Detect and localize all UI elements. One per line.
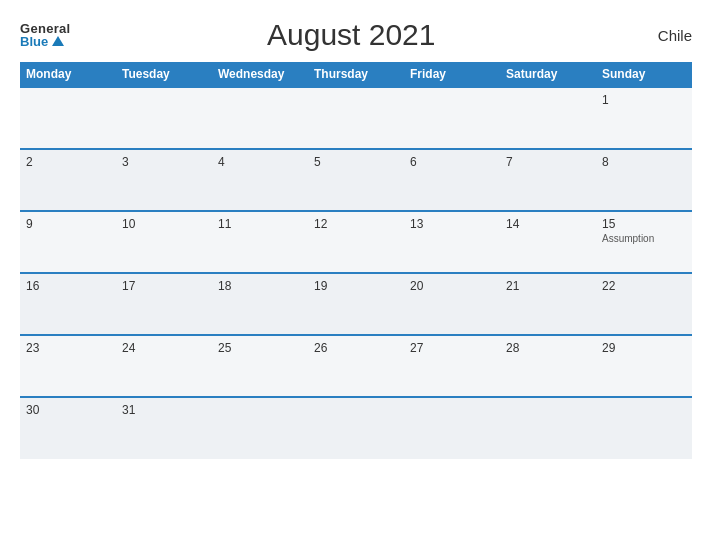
calendar-cell: 1 <box>596 87 692 149</box>
calendar-week-row: 2345678 <box>20 149 692 211</box>
day-number: 18 <box>218 279 302 293</box>
calendar-cell <box>500 87 596 149</box>
header-sunday: Sunday <box>596 62 692 87</box>
calendar-cell: 31 <box>116 397 212 459</box>
header-monday: Monday <box>20 62 116 87</box>
calendar-cell: 18 <box>212 273 308 335</box>
calendar-header-row: Monday Tuesday Wednesday Thursday Friday… <box>20 62 692 87</box>
calendar-cell: 15Assumption <box>596 211 692 273</box>
day-number: 8 <box>602 155 686 169</box>
day-number: 5 <box>314 155 398 169</box>
header-thursday: Thursday <box>308 62 404 87</box>
day-number: 11 <box>218 217 302 231</box>
day-number: 2 <box>26 155 110 169</box>
calendar-cell: 23 <box>20 335 116 397</box>
calendar-cell <box>500 397 596 459</box>
calendar-cell <box>308 397 404 459</box>
calendar-cell: 13 <box>404 211 500 273</box>
calendar-cell <box>404 397 500 459</box>
calendar-cell: 30 <box>20 397 116 459</box>
day-number: 3 <box>122 155 206 169</box>
calendar-cell <box>116 87 212 149</box>
day-number: 17 <box>122 279 206 293</box>
calendar-week-row: 1 <box>20 87 692 149</box>
day-number: 15 <box>602 217 686 231</box>
day-number: 6 <box>410 155 494 169</box>
calendar-cell: 8 <box>596 149 692 211</box>
calendar-cell: 25 <box>212 335 308 397</box>
day-number: 22 <box>602 279 686 293</box>
day-number: 16 <box>26 279 110 293</box>
calendar-week-row: 3031 <box>20 397 692 459</box>
calendar-cell: 19 <box>308 273 404 335</box>
logo-blue-text: Blue <box>20 35 64 48</box>
day-number: 23 <box>26 341 110 355</box>
calendar-week-row: 16171819202122 <box>20 273 692 335</box>
calendar-cell <box>308 87 404 149</box>
day-number: 19 <box>314 279 398 293</box>
calendar-cell <box>596 397 692 459</box>
day-number: 25 <box>218 341 302 355</box>
day-number: 21 <box>506 279 590 293</box>
day-number: 31 <box>122 403 206 417</box>
calendar-cell <box>212 397 308 459</box>
calendar-cell: 17 <box>116 273 212 335</box>
calendar-cell <box>20 87 116 149</box>
calendar-week-row: 9101112131415Assumption <box>20 211 692 273</box>
day-number: 12 <box>314 217 398 231</box>
calendar-cell: 5 <box>308 149 404 211</box>
day-number: 10 <box>122 217 206 231</box>
day-number: 13 <box>410 217 494 231</box>
calendar-cell: 4 <box>212 149 308 211</box>
calendar-cell: 24 <box>116 335 212 397</box>
calendar-cell: 11 <box>212 211 308 273</box>
calendar-page: General Blue August 2021 Chile Monday Tu… <box>0 0 712 550</box>
day-number: 7 <box>506 155 590 169</box>
header-tuesday: Tuesday <box>116 62 212 87</box>
header-saturday: Saturday <box>500 62 596 87</box>
calendar-cell: 9 <box>20 211 116 273</box>
logo-triangle-icon <box>52 36 64 46</box>
calendar-cell: 6 <box>404 149 500 211</box>
calendar-cell: 20 <box>404 273 500 335</box>
calendar-cell: 7 <box>500 149 596 211</box>
calendar-cell: 2 <box>20 149 116 211</box>
calendar-cell <box>212 87 308 149</box>
calendar-title: August 2021 <box>71 18 632 52</box>
calendar-week-row: 23242526272829 <box>20 335 692 397</box>
calendar-cell: 21 <box>500 273 596 335</box>
calendar-cell: 14 <box>500 211 596 273</box>
day-number: 4 <box>218 155 302 169</box>
country-label: Chile <box>632 27 692 44</box>
calendar-cell: 26 <box>308 335 404 397</box>
calendar-cell: 29 <box>596 335 692 397</box>
calendar-table: Monday Tuesday Wednesday Thursday Friday… <box>20 62 692 459</box>
calendar-cell: 22 <box>596 273 692 335</box>
calendar-cell: 10 <box>116 211 212 273</box>
header-friday: Friday <box>404 62 500 87</box>
calendar-cell: 3 <box>116 149 212 211</box>
day-number: 27 <box>410 341 494 355</box>
header: General Blue August 2021 Chile <box>20 18 692 52</box>
calendar-cell: 12 <box>308 211 404 273</box>
calendar-cell <box>404 87 500 149</box>
calendar-cell: 28 <box>500 335 596 397</box>
day-number: 24 <box>122 341 206 355</box>
event-label: Assumption <box>602 233 686 244</box>
day-number: 30 <box>26 403 110 417</box>
calendar-cell: 27 <box>404 335 500 397</box>
day-number: 9 <box>26 217 110 231</box>
day-number: 26 <box>314 341 398 355</box>
logo: General Blue <box>20 22 71 48</box>
day-number: 29 <box>602 341 686 355</box>
day-number: 14 <box>506 217 590 231</box>
day-number: 28 <box>506 341 590 355</box>
day-number: 20 <box>410 279 494 293</box>
header-wednesday: Wednesday <box>212 62 308 87</box>
day-number: 1 <box>602 93 686 107</box>
calendar-cell: 16 <box>20 273 116 335</box>
